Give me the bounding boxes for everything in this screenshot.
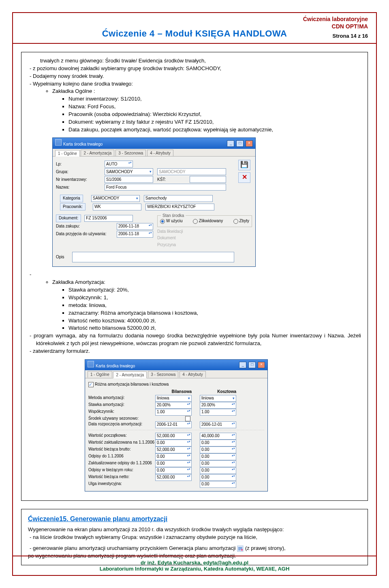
window-buttons: _ □ × [238, 362, 265, 368]
ulga-kos[interactable]: 0.00 [200, 481, 236, 488]
kategoria-field-2[interactable]: Samochody [144, 195, 213, 202]
footer-dept: Laboratorium Informatyki w Zarządzaniu, … [13, 566, 376, 572]
tabs: 1 - Ogólne 2 - Amortyzacja 3 - Sezonowa … [53, 149, 255, 157]
kategoria-button[interactable]: Kategoria [60, 195, 83, 202]
square-item: Dokument: wybieramy z listy faktur z rej… [68, 118, 361, 126]
generate-icon [237, 545, 244, 552]
window-body: 💾 ✕ Lp: AUTO Grupa: SAMOCHODY SAMOCHODY … [53, 157, 255, 266]
footer-email[interactable]: edyta@agh.edu.pl [203, 560, 248, 566]
minimize-button[interactable]: _ [239, 362, 246, 368]
square-item: Współczynnik: 1, [68, 294, 361, 302]
radio-zlikwidowany[interactable] [193, 219, 198, 224]
lp-field[interactable]: AUTO [105, 161, 133, 167]
titlebar[interactable]: Karta środka trwałego _ □ × [53, 138, 255, 149]
tab-ogolne[interactable]: 1 - Ogólne [88, 371, 112, 378]
titlebar-2[interactable]: Karta środka trwałego _ □ × [85, 360, 267, 371]
header-product: CDN OPT!MA [303, 23, 368, 30]
od1-bil[interactable]: 0.00 [155, 453, 192, 460]
cancel-button[interactable]: ✕ [238, 172, 250, 183]
wsp-kos[interactable]: 1.00 [200, 409, 236, 416]
window-2: Karta środka trwałego _ □ × 1 - Ogólne 2… [85, 359, 268, 492]
grupa-field-2[interactable]: SAMOCHODY [157, 168, 226, 175]
close-button[interactable]: × [246, 140, 253, 147]
chk-sezon[interactable] [185, 416, 190, 421]
ex15-list-2: generowanie planu amortyzacji uruchamiam… [28, 545, 361, 552]
dokument-field[interactable]: FZ 15/2006 [84, 215, 133, 222]
tab-atrybuty[interactable]: 4 - Atrybuty [180, 371, 206, 378]
zod-kos[interactable]: 0.00 [200, 460, 236, 467]
tab-amortyzacja[interactable]: 2 - Amortyzacja [113, 371, 147, 378]
close-button[interactable]: × [258, 362, 265, 368]
content-box-1: trwałych z menu głównego: Środki trwałe/… [21, 52, 368, 501]
wbb-kos[interactable]: 0.00 [200, 446, 236, 453]
square-item: zaznaczamy: Różna amortyzacja bilansowa … [68, 309, 361, 317]
stawka-bil[interactable]: 20.00% [155, 402, 192, 409]
dash-list-1: z poziomu dowolnej zakładki wybieramy gr… [28, 65, 361, 134]
obr-kos[interactable]: 0.00 [200, 467, 236, 474]
header-lab-info: Ćwiczenia laboratoryjne CDN OPT!MA [303, 15, 368, 30]
tab-sezonowa[interactable]: 3 - Sezonowa [148, 371, 178, 378]
wz-kos[interactable]: 0.00 [200, 440, 236, 446]
data-uzywania-field[interactable]: 2006-11-18 [117, 231, 153, 238]
metoda-bil[interactable]: liniowa [155, 395, 192, 402]
data-zakupu-label: Data zakupu: [56, 223, 117, 230]
tab-sezonowa[interactable]: 3 - Sezonowa [115, 150, 146, 156]
metoda-kos[interactable]: liniowa [200, 395, 236, 402]
circle-list-2w: Zakładka Amortyzacja: Stawka amortyzacji… [28, 271, 361, 332]
col-bilansowa: Bilansowa [155, 389, 192, 395]
r-stawka: Stawka amortyzacji: [88, 402, 155, 409]
dash-item: Dodajemy nowy środek trwały. [36, 73, 361, 80]
square-list-2: Stawka amortyzacji: 20%, Współczynnik: 1… [52, 286, 361, 332]
stawka-kos[interactable]: 20.00% [200, 402, 236, 409]
wsp-bil[interactable]: 1.00 [155, 409, 192, 416]
maximize-button[interactable]: □ [248, 362, 256, 368]
zod-bil[interactable]: 0.00 [155, 460, 192, 467]
wbn-bil[interactable]: 52,000.00 [155, 474, 192, 481]
screenshot-2: Karta środka trwałego _ □ × 1 - Ogólne 2… [85, 359, 361, 492]
data-zakupu-field[interactable]: 2006-11-18 [117, 223, 153, 230]
datarozp-kos[interactable]: 2006-12-01 [200, 421, 236, 428]
pracownik-field-2[interactable]: WIERZBICKI KRZYSZTOF [145, 204, 214, 210]
tab-atrybuty[interactable]: 4 - Atrybuty [147, 150, 173, 156]
wp-kos[interactable]: 40,000.00 [200, 433, 236, 440]
tab-ogolne[interactable]: 1 - Ogólne [55, 150, 80, 157]
r-wbn: Wartość bieżąca netto: [88, 474, 155, 481]
dash-list-2: program wymaga, aby na formularzu dodani… [28, 332, 361, 355]
datarozp-bil[interactable]: 2006-12-01 [155, 421, 192, 428]
wp-bil[interactable]: 52,000.00 [155, 433, 192, 440]
nrinw-field[interactable]: S1/2006 [105, 176, 153, 183]
square-item: Wartość netto kosztowa: 40000,00 zł, [68, 317, 361, 325]
grupa-field[interactable]: SAMOCHODY [105, 168, 153, 175]
od1-kos[interactable]: 0.00 [200, 453, 236, 460]
radio-zbyty[interactable] [233, 219, 238, 224]
dokument-button[interactable]: Dokument: [56, 215, 81, 222]
wbb-bil[interactable]: 52,000.00 [155, 446, 192, 453]
tab-amortyzacja[interactable]: 2 - Amortyzacja [81, 150, 114, 156]
square-item: Pracownik (osoba odpowiedzialna): Wierzb… [68, 111, 361, 118]
circle-item: Zakładka Ogólne : Numer inwentarzowy: S1… [52, 88, 361, 133]
opis-label: Opis [56, 254, 72, 260]
window-title: Karta środka trwałego [63, 142, 103, 146]
radio-wuzyciu[interactable] [160, 219, 165, 224]
obr-bil[interactable]: 0.00 [155, 467, 192, 474]
wbn-kos[interactable]: 0.00 [200, 474, 236, 481]
pracownik-button[interactable]: Pracownik: [60, 203, 85, 211]
opis-field[interactable] [72, 252, 234, 262]
square-item: metoda: liniowa, [68, 302, 361, 309]
dash-item: generowanie planu amortyzacji uruchamiam… [36, 545, 361, 552]
chk-rozna[interactable] [88, 382, 94, 387]
save-button[interactable]: 💾 [238, 160, 250, 170]
dash-item: na liście środków trwałych wybieramy Gru… [36, 534, 361, 541]
pracownik-field[interactable]: WK [93, 204, 141, 210]
wz-bil[interactable]: 0.00 [155, 440, 192, 446]
r-metoda: Metoda amortyzacji: [88, 395, 155, 402]
square-list: Numer inwentarzowy: S1/2010, Nazwa: Ford… [52, 95, 361, 133]
minimize-button[interactable]: _ [227, 140, 234, 147]
dash-item: program wymaga, aby na formularzu dodani… [36, 332, 361, 348]
data-uzywania-label: Data przyjęcia do używania: [56, 231, 117, 237]
kst-field[interactable] [190, 176, 226, 183]
kategoria-field[interactable]: SAMOCHODY [91, 195, 140, 202]
maximize-button[interactable]: □ [236, 140, 244, 147]
ex15-p1: Wygenerowanie na ekran planu amortyzacji… [28, 526, 361, 534]
nazwa-field[interactable]: Ford Focus [105, 184, 226, 191]
